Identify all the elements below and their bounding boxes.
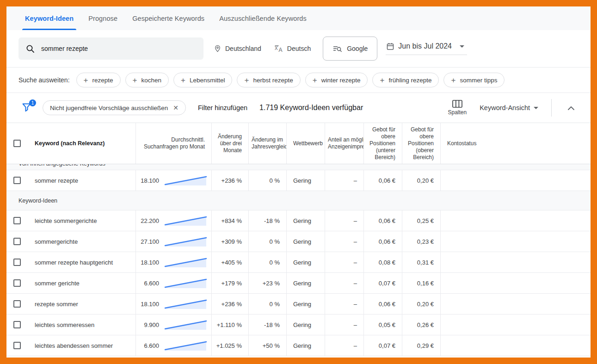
competition-cell: Gering [287, 315, 325, 335]
expand-chip[interactable]: +sommer tipps [443, 73, 505, 87]
tab-prognose[interactable]: Prognose [81, 6, 125, 30]
tab-label: Auszuschließende Keywords [219, 15, 307, 22]
search-query-text: sommer rezepte [41, 45, 88, 52]
top-bid-low-value: 0,08 € [379, 259, 395, 266]
active-tab-underline [22, 29, 76, 30]
expand-chip[interactable]: +winter rezepte [305, 73, 368, 87]
keyword-cell: sommergerichte [27, 231, 136, 252]
row-checkbox[interactable] [13, 217, 21, 224]
change-3m-value: +834 % [222, 217, 242, 224]
change-3m-value: +236 % [222, 177, 242, 184]
competition-cell: Gering [287, 273, 325, 293]
row-checkbox[interactable] [13, 259, 21, 266]
change-3m-cell: +834 % [212, 210, 249, 231]
row-checkbox[interactable] [13, 279, 21, 287]
expand-chip[interactable]: +rezepte [76, 73, 121, 87]
row-checkbox[interactable] [13, 177, 21, 184]
trend-sparkline [164, 298, 208, 310]
avg-searches-cell: 18.100 [136, 170, 212, 191]
view-selector[interactable]: Keyword-Ansicht [480, 104, 538, 111]
plus-icon: + [451, 76, 455, 84]
header-change-3m[interactable]: Änderung über drei Monate [212, 123, 249, 164]
keyword-cell: sommer rezepte hauptgericht [27, 252, 136, 272]
top-bid-high-value: 0,16 € [417, 280, 434, 287]
header-avg-searches[interactable]: Durchschnittl. Suchanfragen pro Monat [136, 123, 212, 164]
expand-chip-label: winter rezepte [321, 77, 361, 84]
close-icon[interactable]: ✕ [173, 104, 178, 111]
select-all-checkbox[interactable] [13, 140, 21, 147]
header-label: Keyword (nach Relevanz) [35, 140, 105, 147]
chevron-down-icon [534, 107, 538, 109]
search-network-icon [332, 45, 342, 53]
chevron-up-icon [567, 106, 575, 110]
chevron-down-icon [460, 45, 464, 48]
location-selector[interactable]: Deutschland [214, 44, 261, 53]
add-filter-button[interactable]: Filter hinzufügen [198, 104, 247, 111]
tab-label: Gespeicherte Keywords [132, 15, 204, 22]
change-3m-cell: +179 % [212, 273, 249, 293]
results-toolbar: 1 Nicht jugendfreie Vorschläge ausschlie… [6, 93, 591, 123]
location-value: Deutschland [225, 45, 261, 52]
header-change-yoy[interactable]: Änderung im Jahresvergleich [249, 123, 287, 164]
account-status-cell [441, 170, 591, 191]
active-filter-chip[interactable]: Nicht jugendfreie Vorschläge ausschließe… [43, 100, 186, 115]
keyword-cell: sommer gerichte [27, 273, 136, 293]
tab-label: Keyword-Ideen [25, 15, 74, 22]
row-checkbox[interactable] [13, 342, 21, 349]
tab-gespeicherte-keywords[interactable]: Gespeicherte Keywords [125, 6, 212, 30]
row-checkbox-cell [6, 315, 27, 335]
columns-button[interactable]: Spalten [448, 100, 467, 116]
impression-share-value: – [354, 217, 357, 224]
header-account-status[interactable]: Kontostatus [441, 123, 591, 164]
keyword-cell: leichtes sommeressen [27, 315, 136, 335]
header-competition[interactable]: Wettbewerb [287, 123, 325, 164]
language-selector[interactable]: XA Deutsch [274, 45, 311, 53]
network-selector[interactable]: Google [323, 37, 377, 61]
top-bid-high-cell: 0,20 € [402, 294, 441, 314]
filter-funnel-icon[interactable]: 1 [21, 102, 33, 114]
change-yoy-value: +23 % [263, 280, 280, 287]
top-bid-low-cell: 0,07 € [364, 335, 402, 356]
row-checkbox[interactable] [13, 300, 21, 308]
row-checkbox[interactable] [13, 238, 21, 245]
competition-value: Gering [293, 321, 311, 328]
date-range-selector[interactable]: Jun bis Jul 2024 [386, 42, 467, 55]
expand-chip[interactable]: +frühling rezepte [372, 73, 439, 87]
row-checkbox[interactable] [13, 321, 21, 328]
location-pin-icon [214, 44, 222, 53]
divider [551, 99, 552, 117]
account-status-cell [441, 252, 591, 272]
plus-icon: + [313, 76, 317, 84]
view-selector-value: Keyword-Ansicht [480, 104, 530, 111]
collapse-panel-button[interactable] [565, 104, 578, 112]
change-3m-cell: +1.025 % [212, 335, 249, 356]
tab-auszuschliessende-keywords[interactable]: Auszuschließende Keywords [212, 6, 314, 30]
header-keyword[interactable]: Keyword (nach Relevanz) [27, 123, 136, 164]
header-top-bid-low[interactable]: Gebot für obere Positionen (unterer Bere… [364, 123, 402, 164]
plus-icon: + [244, 76, 249, 84]
avg-searches-value: 6.600 [144, 280, 159, 287]
competition-cell: Gering [287, 231, 325, 252]
search-input[interactable]: sommer rezepte [18, 37, 203, 60]
account-status-cell [441, 210, 591, 231]
tab-keyword-ideen[interactable]: Keyword-Ideen [18, 6, 81, 30]
change-3m-value: +405 % [222, 259, 242, 266]
impression-share-value: – [354, 342, 357, 349]
top-bid-high-cell: 0,20 € [402, 170, 441, 191]
search-icon [26, 44, 35, 53]
header-label: Änderung über drei Monate [218, 133, 242, 154]
table-row: sommer rezepte hauptgericht18.100+405 %0… [6, 252, 591, 273]
change-3m-value: +309 % [222, 238, 242, 245]
header-top-bid-high[interactable]: Gebot für obere Positionen (oberer Berei… [402, 123, 441, 164]
top-bid-high-cell: 0,29 € [402, 335, 441, 356]
expand-chip[interactable]: +Lebensmittel [173, 73, 232, 87]
competition-value: Gering [293, 280, 311, 287]
impression-share-cell: – [325, 170, 364, 191]
impression-share-cell: – [325, 252, 364, 272]
expand-chip[interactable]: +kochen [125, 73, 169, 87]
top-bid-high-value: 0,25 € [417, 217, 434, 224]
header-impression-share[interactable]: Anteil an möglichen Anzeigenimpressionen [325, 123, 364, 164]
avg-searches-value: 18.100 [141, 259, 159, 266]
avg-searches-value: 18.100 [141, 177, 159, 184]
expand-chip[interactable]: +herbst rezepte [237, 73, 300, 87]
